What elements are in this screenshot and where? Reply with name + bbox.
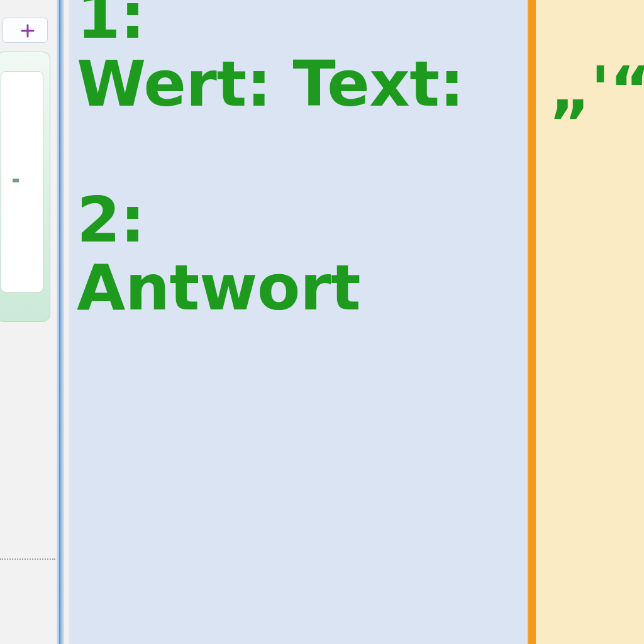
tip-panel: „'“ (527, 0, 644, 644)
code-line-1: 1: (77, 0, 145, 53)
slide-thumbnail[interactable] (0, 52, 50, 322)
add-slide-button[interactable] (3, 18, 48, 43)
strip-divider (0, 558, 55, 560)
app-root: 1: Wert: Text: 2: Antwort „'“ (0, 0, 644, 644)
slide-thumbnail-preview (1, 71, 43, 292)
plus-icon (21, 24, 35, 38)
code-line-2: Wert: Text: (77, 47, 464, 121)
code-line-4: Antwort (77, 251, 360, 325)
tip-accent-bar (527, 0, 536, 644)
slide-thumbnail-strip (0, 0, 59, 644)
slide-code: 1: Wert: Text: 2: Antwort (77, 0, 512, 322)
slide-body[interactable]: 1: Wert: Text: 2: Antwort (69, 0, 527, 644)
slide-frame: 1: Wert: Text: 2: Antwort (59, 0, 527, 644)
tip-quotes: „'“ (550, 57, 644, 123)
code-line-3: 2: (77, 183, 145, 257)
